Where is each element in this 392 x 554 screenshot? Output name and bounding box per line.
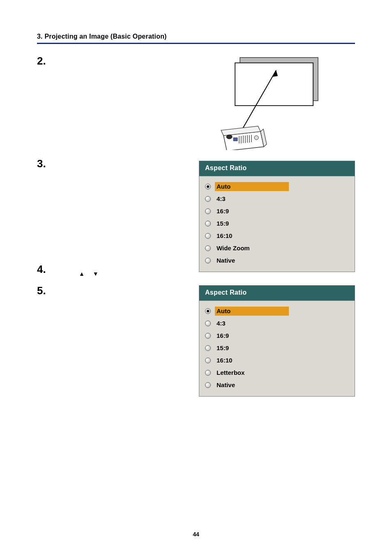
step-2-row: 2. bbox=[37, 55, 355, 150]
radio-icon bbox=[205, 382, 211, 388]
step-5-body bbox=[54, 285, 199, 286]
svg-marker-1 bbox=[235, 63, 313, 106]
menu-item-label: 16:9 bbox=[215, 207, 289, 216]
svg-rect-8 bbox=[233, 138, 238, 141]
section-header: 3. Projecting an Image (Basic Operation) bbox=[37, 33, 355, 40]
radio-icon bbox=[205, 345, 211, 351]
menu-item-label: 16:10 bbox=[215, 231, 289, 240]
menu-item-label: Auto bbox=[215, 307, 289, 316]
menu-item-label: 16:10 bbox=[215, 356, 289, 365]
menu-item-label: 4:3 bbox=[215, 194, 289, 203]
menu-2-body: Auto 4:3 16:9 15:9 16:10 bbox=[199, 301, 355, 396]
aspect-ratio-menu-1: Aspect Ratio Auto 4:3 16:9 15:9 bbox=[199, 161, 355, 272]
svg-point-7 bbox=[226, 135, 232, 139]
menu-1-item-16-9[interactable]: 16:9 bbox=[205, 205, 349, 217]
radio-icon bbox=[205, 321, 211, 326]
menu-2-item-16-9[interactable]: 16:9 bbox=[205, 330, 349, 342]
step-4-number: 4. bbox=[37, 264, 54, 275]
radio-icon bbox=[205, 233, 211, 239]
menu-1-item-wide-zoom[interactable]: Wide Zoom bbox=[205, 242, 349, 254]
step-4-row: 4. ▲ ▼ bbox=[37, 264, 355, 277]
svg-point-16 bbox=[254, 136, 258, 140]
step-3-number: 3. bbox=[37, 158, 54, 169]
menu-1-item-auto[interactable]: Auto bbox=[205, 180, 349, 193]
step-2-number: 2. bbox=[37, 55, 54, 66]
radio-icon bbox=[205, 333, 211, 339]
menu-item-label: Letterbox bbox=[215, 368, 289, 377]
aspect-ratio-menu-2: Aspect Ratio Auto 4:3 16:9 15:9 bbox=[199, 285, 355, 397]
step-3-body bbox=[54, 158, 199, 159]
menu-item-label: 4:3 bbox=[215, 319, 289, 328]
up-down-arrows-icon: ▲ ▼ bbox=[54, 265, 355, 277]
radio-icon bbox=[205, 245, 211, 251]
menu-2-item-15-9[interactable]: 15:9 bbox=[205, 342, 349, 354]
step-5-row: 5. Aspect Ratio Auto 4:3 16:9 bbox=[37, 285, 355, 397]
menu-1-item-16-10[interactable]: 16:10 bbox=[205, 230, 349, 242]
projector-icon bbox=[215, 55, 322, 150]
step-4-body: ▲ ▼ bbox=[54, 264, 355, 277]
menu-1-item-4-3[interactable]: 4:3 bbox=[205, 193, 349, 205]
header-divider bbox=[37, 43, 355, 44]
page: 3. Projecting an Image (Basic Operation)… bbox=[0, 0, 392, 554]
menu-item-label: 15:9 bbox=[215, 344, 289, 353]
menu-2-item-4-3[interactable]: 4:3 bbox=[205, 317, 349, 330]
radio-icon bbox=[205, 221, 211, 226]
radio-icon bbox=[205, 208, 211, 214]
page-number: 44 bbox=[0, 531, 392, 538]
step-2-body bbox=[54, 55, 182, 56]
menu-item-label: Auto bbox=[215, 182, 289, 191]
menu-2-item-auto[interactable]: Auto bbox=[205, 305, 349, 317]
radio-icon bbox=[205, 358, 211, 363]
radio-icon bbox=[205, 258, 211, 263]
menu-item-label: Wide Zoom bbox=[215, 244, 289, 253]
radio-icon bbox=[205, 196, 211, 202]
menu-2-item-letterbox[interactable]: Letterbox bbox=[205, 367, 349, 379]
radio-selected-icon bbox=[205, 308, 211, 314]
projector-illustration bbox=[182, 55, 355, 150]
step-5-number: 5. bbox=[37, 285, 54, 296]
menu-1-item-15-9[interactable]: 15:9 bbox=[205, 217, 349, 230]
menu-1-title: Aspect Ratio bbox=[199, 161, 355, 176]
radio-selected-icon bbox=[205, 184, 211, 189]
menu-item-label: 16:9 bbox=[215, 331, 289, 340]
menu-item-label: Native bbox=[215, 381, 289, 390]
menu-2-item-16-10[interactable]: 16:10 bbox=[205, 354, 349, 367]
step-3-row: 3. Aspect Ratio Auto 4:3 16:9 bbox=[37, 158, 355, 272]
menu-1-body: Auto 4:3 16:9 15:9 16:10 bbox=[199, 176, 355, 272]
menu-2-item-native[interactable]: Native bbox=[205, 379, 349, 391]
radio-icon bbox=[205, 370, 211, 376]
menu-2-title: Aspect Ratio bbox=[199, 286, 355, 301]
menu-item-label: 15:9 bbox=[215, 219, 289, 228]
